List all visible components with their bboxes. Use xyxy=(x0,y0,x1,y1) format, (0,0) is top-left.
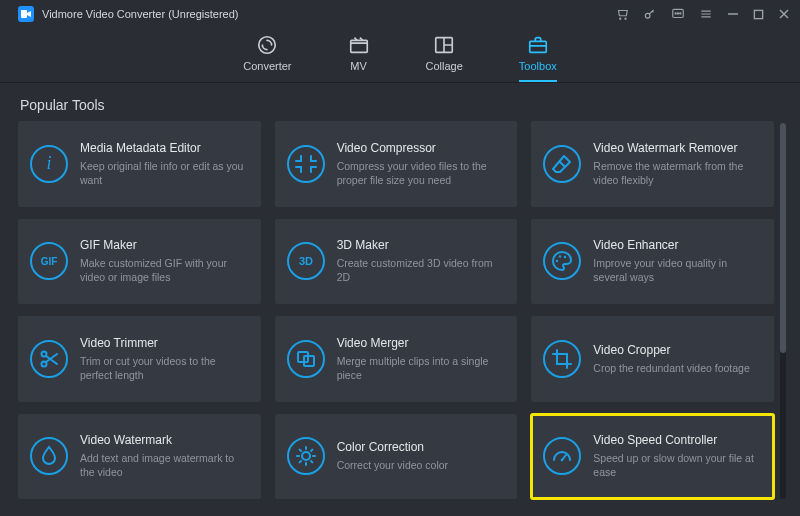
tool-card-video-trimmer[interactable]: Video TrimmerTrim or cut your videos to … xyxy=(18,316,261,402)
tool-card-video-cropper[interactable]: Video CropperCrop the redundant video fo… xyxy=(531,316,774,402)
svg-point-9 xyxy=(259,37,276,54)
gauge-icon xyxy=(543,437,581,475)
tool-desc: Improve your video quality in several wa… xyxy=(593,256,762,284)
tool-title: GIF Maker xyxy=(80,238,249,252)
tool-card-video-watermark-remover[interactable]: Video Watermark RemoverRemove the waterm… xyxy=(531,121,774,207)
tool-desc: Merge multiple clips into a single piece xyxy=(337,354,506,382)
titlebar: Vidmore Video Converter (Unregistered) xyxy=(0,0,800,28)
tool-card-video-enhancer[interactable]: Video EnhancerImprove your video quality… xyxy=(531,219,774,305)
tab-collage[interactable]: Collage xyxy=(426,34,463,82)
gif-icon xyxy=(30,242,68,280)
svg-rect-0 xyxy=(21,10,27,18)
svg-rect-8 xyxy=(754,10,762,18)
tool-title: Color Correction xyxy=(337,440,506,454)
tools-grid: Media Metadata EditorKeep original file … xyxy=(18,121,774,499)
tool-desc: Speed up or slow down your file at ease xyxy=(593,451,762,479)
section-title: Popular Tools xyxy=(0,83,800,121)
tool-title: Video Trimmer xyxy=(80,336,249,350)
palette-icon xyxy=(543,242,581,280)
tool-desc: Create customized 3D video from 2D xyxy=(337,256,506,284)
converter-icon xyxy=(256,34,278,56)
tool-desc: Keep original file info or edit as you w… xyxy=(80,159,249,187)
tool-card-video-speed-controller[interactable]: Video Speed ControllerSpeed up or slow d… xyxy=(531,414,774,500)
tab-label: MV xyxy=(350,60,367,72)
tab-mv[interactable]: MV xyxy=(348,34,370,82)
sun-icon xyxy=(287,437,325,475)
tool-title: Video Watermark Remover xyxy=(593,141,762,155)
svg-point-6 xyxy=(677,13,678,14)
scrollbar[interactable] xyxy=(780,123,786,499)
merge-icon xyxy=(287,340,325,378)
maximize-button[interactable] xyxy=(753,9,764,20)
tool-desc: Correct your video color xyxy=(337,458,506,472)
svg-point-3 xyxy=(645,13,650,18)
tool-title: Video Cropper xyxy=(593,343,762,357)
svg-point-5 xyxy=(675,13,676,14)
tool-card-video-merger[interactable]: Video MergerMerge multiple clips into a … xyxy=(275,316,518,402)
key-icon[interactable] xyxy=(643,7,657,21)
tool-title: Video Enhancer xyxy=(593,238,762,252)
tab-label: Toolbox xyxy=(519,60,557,72)
tool-desc: Trim or cut your videos to the perfect l… xyxy=(80,354,249,382)
tab-label: Collage xyxy=(426,60,463,72)
crop-icon xyxy=(543,340,581,378)
tool-title: Video Compressor xyxy=(337,141,506,155)
compress-icon xyxy=(287,145,325,183)
main-tabs: Converter MV Collage Toolbox xyxy=(0,28,800,83)
tool-title: 3D Maker xyxy=(337,238,506,252)
collage-icon xyxy=(433,34,455,56)
tool-desc: Compress your video files to the proper … xyxy=(337,159,506,187)
svg-rect-12 xyxy=(530,41,547,52)
tool-title: Media Metadata Editor xyxy=(80,141,249,155)
svg-point-7 xyxy=(680,13,681,14)
tool-desc: Add text and image watermark to the vide… xyxy=(80,451,249,479)
svg-point-1 xyxy=(620,18,621,19)
droplet-icon xyxy=(30,437,68,475)
tab-converter[interactable]: Converter xyxy=(243,34,291,82)
tool-card-video-watermark[interactable]: Video WatermarkAdd text and image waterm… xyxy=(18,414,261,500)
tool-card-media-metadata-editor[interactable]: Media Metadata EditorKeep original file … xyxy=(18,121,261,207)
app-logo xyxy=(18,6,34,22)
tool-desc: Remove the watermark from the video flex… xyxy=(593,159,762,187)
menu-icon[interactable] xyxy=(699,7,713,21)
tool-title: Video Watermark xyxy=(80,433,249,447)
tool-title: Video Speed Controller xyxy=(593,433,762,447)
tool-desc: Crop the redundant video footage xyxy=(593,361,762,375)
tool-card-gif-maker[interactable]: GIF MakerMake customized GIF with your v… xyxy=(18,219,261,305)
mv-icon xyxy=(348,34,370,56)
svg-rect-10 xyxy=(350,40,367,52)
tool-card-color-correction[interactable]: Color CorrectionCorrect your video color xyxy=(275,414,518,500)
tool-desc: Make customized GIF with your video or i… xyxy=(80,256,249,284)
svg-point-2 xyxy=(625,18,626,19)
scrollbar-thumb[interactable] xyxy=(780,123,786,353)
window-controls xyxy=(615,7,790,21)
tab-toolbox[interactable]: Toolbox xyxy=(519,34,557,82)
tool-title: Video Merger xyxy=(337,336,506,350)
app-title: Vidmore Video Converter (Unregistered) xyxy=(42,8,615,20)
feedback-icon[interactable] xyxy=(671,7,685,21)
close-button[interactable] xyxy=(778,8,790,20)
erase-icon xyxy=(543,145,581,183)
info-icon xyxy=(30,145,68,183)
tab-label: Converter xyxy=(243,60,291,72)
minimize-button[interactable] xyxy=(727,8,739,20)
scissors-icon xyxy=(30,340,68,378)
tool-card-video-compressor[interactable]: Video CompressorCompress your video file… xyxy=(275,121,518,207)
tool-card-3d-maker[interactable]: 3D MakerCreate customized 3D video from … xyxy=(275,219,518,305)
toolbox-icon xyxy=(527,34,549,56)
3d-icon xyxy=(287,242,325,280)
cart-icon[interactable] xyxy=(615,7,629,21)
